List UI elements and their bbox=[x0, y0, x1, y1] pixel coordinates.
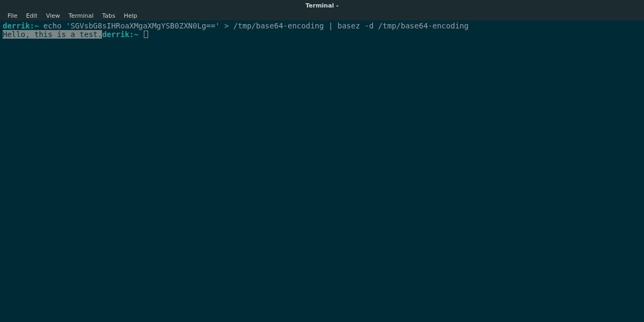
menu-edit[interactable]: Edit bbox=[21, 11, 41, 20]
text-cursor bbox=[144, 31, 148, 38]
shell-prompt: derrik:~ bbox=[3, 21, 39, 30]
menu-terminal[interactable]: Terminal bbox=[64, 11, 98, 20]
window-title: Terminal - bbox=[305, 2, 339, 9]
terminal-viewport[interactable]: derrik:~ echo 'SGVsbG8sIHRoaXMgaXMgYSB0Z… bbox=[0, 20, 644, 322]
menubar: File Edit View Terminal Tabs Help bbox=[0, 11, 644, 20]
command-output-highlighted: Hello, this is a test. bbox=[3, 30, 102, 39]
terminal-line-1: derrik:~ echo 'SGVsbG8sIHRoaXMgaXMgYSB0Z… bbox=[3, 21, 641, 30]
menu-tabs[interactable]: Tabs bbox=[98, 11, 119, 20]
menu-help[interactable]: Help bbox=[120, 11, 142, 20]
entered-command: echo 'SGVsbG8sIHRoaXMgaXMgYSB0ZXN0Lg==' … bbox=[39, 21, 469, 30]
shell-prompt: derrik:~ bbox=[102, 30, 138, 39]
prompt-space bbox=[138, 30, 143, 39]
window-titlebar: Terminal - bbox=[0, 0, 644, 11]
menu-view[interactable]: View bbox=[42, 11, 64, 20]
menu-file[interactable]: File bbox=[3, 11, 21, 20]
terminal-line-2: Hello, this is a test.derrik:~ bbox=[3, 30, 641, 39]
